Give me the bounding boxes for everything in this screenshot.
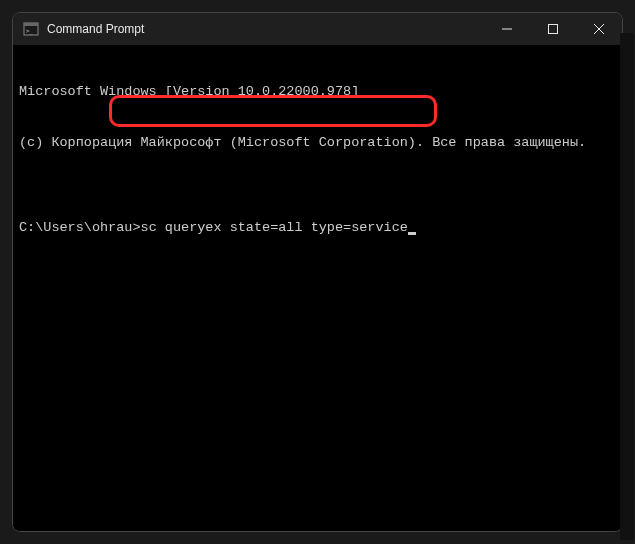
- terminal-output[interactable]: Microsoft Windows [Version 10.0.22000.97…: [13, 45, 622, 531]
- text-cursor: [408, 232, 416, 235]
- cmd-icon: >_: [23, 21, 39, 37]
- prompt-line: C:\Users\ohrau>sc queryex state=all type…: [19, 219, 616, 236]
- window-title: Command Prompt: [47, 22, 484, 36]
- command-prompt-window: >_ Command Prompt Microsoft Windows [Ver…: [12, 12, 623, 532]
- window-controls: [484, 13, 622, 45]
- vertical-scrollbar[interactable]: [620, 33, 623, 532]
- svg-rect-4: [549, 25, 558, 34]
- close-button[interactable]: [576, 13, 622, 45]
- prompt-text: C:\Users\ohrau>: [19, 220, 141, 235]
- command-text: sc queryex state=all type=service: [141, 220, 408, 235]
- titlebar[interactable]: >_ Command Prompt: [13, 13, 622, 45]
- svg-rect-1: [24, 23, 38, 26]
- scrollbar-track: [620, 33, 623, 532]
- svg-text:>_: >_: [26, 27, 34, 35]
- copyright-line: (c) Корпорация Майкрософт (Microsoft Cor…: [19, 134, 616, 151]
- maximize-button[interactable]: [530, 13, 576, 45]
- minimize-button[interactable]: [484, 13, 530, 45]
- version-line: Microsoft Windows [Version 10.0.22000.97…: [19, 83, 616, 100]
